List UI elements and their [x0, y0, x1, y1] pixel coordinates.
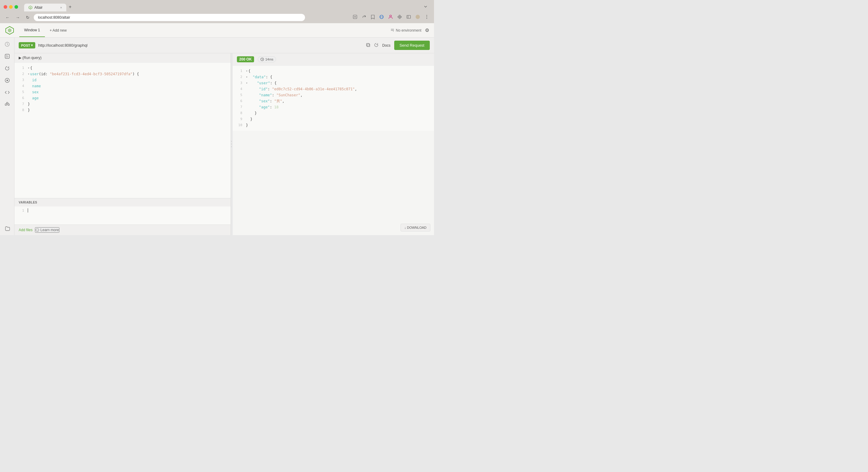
back-button[interactable]: ← [4, 14, 11, 21]
translate-icon[interactable] [351, 13, 359, 21]
code-line: 7} [14, 101, 230, 107]
sidebar-icon-code[interactable] [4, 90, 10, 95]
svg-point-13 [427, 16, 427, 17]
tab-close-icon[interactable]: × [60, 6, 62, 9]
response-line: 7 "age": 18 [233, 104, 434, 110]
clock-icon [260, 58, 264, 61]
url-input[interactable] [38, 43, 363, 47]
sidebar [0, 38, 14, 235]
svg-rect-27 [367, 44, 370, 47]
svg-point-14 [427, 18, 427, 19]
code-line: 4 name [14, 83, 230, 89]
svg-rect-5 [398, 16, 399, 18]
run-query-button[interactable]: ▶ (Run query) [19, 56, 41, 60]
response-line: 9 } [233, 116, 434, 122]
svg-rect-28 [367, 43, 369, 46]
response-line: 10} [233, 122, 434, 128]
response-line: 1▾{ [233, 68, 434, 74]
response-line: 5 "name": "SunChaser", [233, 92, 434, 98]
query-editor[interactable]: 1▾{2▾user(id: "be4af231-fcd3-4ed4-bcf3-5… [14, 63, 230, 198]
variables-editor[interactable]: 1 [14, 206, 230, 225]
globe-icon[interactable] [378, 13, 385, 21]
code-line: 5 sex [14, 89, 230, 95]
svg-rect-7 [399, 15, 400, 16]
sidebar-icon-files[interactable] [4, 226, 10, 232]
files-bar: Add files i Learn more [14, 225, 230, 235]
response-header: 200 OK 14ms [233, 53, 434, 66]
variables-header: VARIABLES [14, 198, 230, 206]
svg-point-11 [415, 15, 420, 19]
download-button[interactable]: ↓ DOWNLOAD [401, 224, 430, 232]
add-files-button[interactable]: Add files [19, 228, 33, 232]
response-line: 8 } [233, 110, 434, 116]
send-request-button[interactable]: Send Request [394, 41, 430, 50]
avatar-icon[interactable] [414, 13, 421, 21]
time-badge: 14ms [258, 56, 276, 62]
svg-point-12 [427, 15, 427, 15]
response-panel: 200 OK 14ms 1▾{2▾ "data": {3▾ "user": {4… [233, 53, 434, 235]
sidebar-icon-history[interactable] [4, 65, 10, 71]
altair-tab-icon [28, 5, 33, 10]
sidebar-icon-loading[interactable] [4, 41, 10, 47]
response-editor: 1▾{2▾ "data": {3▾ "user": {4 "id": "ed0c… [233, 66, 434, 131]
sidebar-icon-plugins[interactable] [4, 101, 10, 107]
status-badge: 200 OK [237, 56, 254, 62]
method-selector[interactable]: POST ▾ [19, 42, 35, 48]
code-line: 3 id [14, 77, 230, 83]
response-line: 3▾ "user": { [233, 80, 434, 86]
request-bar: POST ▾ Docs Send Request [14, 38, 434, 53]
app-header: Window 1 + Add new No environment ⚙ [0, 23, 434, 38]
no-env-icon [390, 28, 395, 33]
svg-rect-26 [6, 102, 8, 104]
browser-tab[interactable]: Altair × [24, 4, 66, 11]
response-line: 6 "sex": "男", [233, 98, 434, 104]
cursor [28, 208, 28, 212]
learn-more-button[interactable]: i Learn more [35, 227, 59, 233]
address-bar[interactable] [34, 14, 305, 21]
no-environment: No environment [390, 28, 421, 33]
variables-section: VARIABLES 1 [14, 198, 230, 225]
response-line: 4 "id": "ed0c7c52-cd94-4b06-a31e-4ee4178… [233, 86, 434, 92]
svg-point-4 [390, 15, 392, 17]
sidebar-icon-subscriptions[interactable] [4, 77, 10, 83]
tab-title: Altair [34, 5, 59, 10]
extensions-icon[interactable] [396, 13, 403, 21]
svg-marker-16 [8, 28, 11, 33]
copy-button[interactable] [366, 43, 370, 48]
refresh-query-button[interactable] [374, 43, 378, 48]
minimize-button[interactable] [9, 5, 13, 9]
info-icon: i [36, 228, 39, 232]
settings-button[interactable]: ⚙ [425, 27, 429, 33]
sidebar-icon-query[interactable] [4, 53, 10, 59]
svg-rect-9 [407, 15, 410, 19]
new-tab-button[interactable]: + [66, 2, 74, 11]
window-tab[interactable]: Window 1 [19, 24, 45, 37]
code-line: 1▾{ [14, 65, 230, 71]
profile-icon[interactable] [387, 13, 394, 21]
refresh-button[interactable]: ↻ [24, 14, 31, 21]
svg-point-23 [6, 80, 8, 81]
chevron-down-icon [423, 4, 428, 9]
svg-rect-24 [5, 104, 7, 105]
code-line: 6 age [14, 95, 230, 101]
svg-rect-8 [399, 18, 400, 19]
svg-marker-1 [30, 7, 31, 9]
sidebar-toggle-icon[interactable] [405, 13, 412, 21]
code-line: 8} [14, 107, 230, 113]
app-logo-icon [5, 26, 14, 35]
menu-icon[interactable] [423, 13, 430, 21]
svg-text:i: i [37, 229, 38, 231]
maximize-button[interactable] [14, 5, 18, 9]
docs-button[interactable]: Docs [382, 43, 390, 47]
traffic-lights [4, 5, 18, 9]
response-line: 2▾ "data": { [233, 74, 434, 80]
share-icon[interactable] [361, 13, 368, 21]
bookmark-icon[interactable] [370, 13, 376, 21]
add-new-button[interactable]: + Add new [45, 24, 71, 37]
query-panel: ▶ (Run query) 1▾{2▾user(id: "be4af231-fc… [14, 53, 231, 235]
code-line: 2▾user(id: "be4af231-fcd3-4ed4-bcf3-5052… [14, 71, 230, 77]
svg-rect-6 [400, 16, 401, 18]
svg-rect-25 [8, 104, 9, 105]
forward-button[interactable]: → [14, 14, 22, 21]
close-button[interactable] [4, 5, 7, 9]
